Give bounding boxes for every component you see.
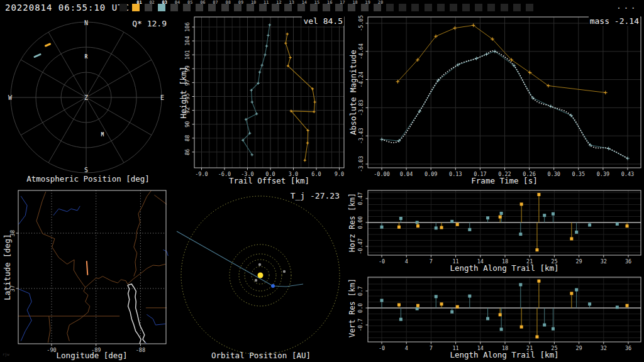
station-slot-09[interactable]: 09	[233, 0, 245, 15]
orbit-title: T_j -27.23	[289, 191, 341, 200]
station-slot-13[interactable]: 13	[283, 0, 296, 15]
mag-title: mass -2.14	[589, 16, 640, 26]
station-slot-02[interactable]: 02	[143, 0, 156, 15]
residual-point	[486, 216, 489, 219]
station-square	[501, 4, 508, 11]
overflow-menu-button[interactable]: ...	[616, 1, 638, 11]
station-number: 09	[238, 1, 243, 5]
map-ylabel: Latitude [deg]	[3, 234, 12, 300]
residual-point	[486, 317, 489, 320]
x-tick-label: 36	[625, 258, 631, 265]
station-number: 13	[289, 1, 294, 5]
station-slot-05[interactable]: 05	[182, 0, 194, 15]
station-slot-07[interactable]: 07	[207, 0, 219, 15]
y-tick-label: 90	[184, 121, 191, 128]
station-slot-18[interactable]: 18	[347, 0, 359, 15]
station-slot-04[interactable]: 04	[169, 0, 182, 15]
station-number: 07	[213, 1, 218, 5]
x-tick-label: -0	[379, 345, 385, 351]
x-tick-label: -0.00	[374, 171, 390, 177]
planet-dot	[255, 279, 257, 282]
station-slot-empty	[385, 0, 397, 15]
station-square	[437, 4, 445, 11]
x-tick-label: 7	[430, 258, 433, 265]
map-xlabel: Longitude [deg]	[57, 351, 128, 360]
station-slot-12[interactable]: 12	[270, 0, 283, 15]
y-tick-label: 86	[184, 149, 191, 155]
trail-series-station-01	[284, 33, 316, 162]
station-slot-17[interactable]: 17	[334, 0, 347, 15]
station-slot-empty	[486, 0, 499, 15]
residual-point	[552, 212, 555, 216]
residual-point	[456, 305, 459, 309]
residual-point	[570, 292, 573, 295]
lakes	[128, 284, 145, 344]
residual-point	[399, 217, 402, 220]
residual-point	[616, 305, 619, 309]
station-slot-11[interactable]: 11	[258, 0, 270, 15]
compass-label-s: S	[84, 167, 88, 173]
x-tick-label: 0.04	[400, 171, 413, 177]
polar-tracks	[35, 44, 50, 57]
x-tick-label: -88	[136, 347, 145, 353]
station-slot-03[interactable]: 03	[157, 0, 169, 15]
station-slot-01[interactable]: 01	[131, 0, 143, 15]
residual-point	[435, 226, 438, 229]
station-slot-15[interactable]: 15	[309, 0, 321, 15]
residual-point	[537, 280, 540, 283]
residual-point	[380, 299, 384, 302]
station-number: 08	[226, 1, 231, 5]
station-slot-empty	[436, 0, 448, 15]
station-slot-19[interactable]: 19	[360, 0, 372, 15]
axis-ticks: -0.000.040.090.130.170.220.260.300.350.3…	[358, 15, 634, 177]
station-slot-20[interactable]: 20	[372, 0, 385, 15]
grid	[368, 17, 641, 168]
station-number: 06	[200, 1, 205, 5]
grid	[368, 277, 641, 342]
meteor-ground-track	[87, 261, 87, 275]
residual-point	[520, 326, 523, 329]
station-square	[411, 4, 419, 11]
planet-dot	[283, 270, 286, 273]
panel-trail-offset: -9.0-6.0-3.00.03.06.09.01061041019997959…	[176, 15, 346, 189]
residual-point	[519, 283, 522, 286]
trail-title: vel 84.5	[302, 16, 344, 26]
y-tick-label: 106	[184, 22, 191, 31]
y-tick-label: 0.0	[357, 303, 364, 312]
x-tick-label: 0.09	[425, 171, 437, 177]
station-slot-empty	[410, 0, 423, 15]
horz-ylabel: Horz Res [km]	[348, 193, 357, 252]
y-tick-label: -4.24	[358, 72, 364, 88]
x-tick-label: 0.39	[597, 171, 609, 177]
x-tick-label: 0.13	[449, 171, 462, 177]
station-number: 12	[276, 1, 281, 5]
compass-label-e: E	[160, 94, 164, 101]
station-slot-14[interactable]: 14	[296, 0, 309, 15]
y-tick-label: -0.7	[357, 319, 364, 331]
x-tick-label: -90	[47, 347, 56, 353]
trail-xlabel: Trail Offset [km]	[229, 176, 309, 185]
horizontal-residuals-plot: -04711141821252932360.470.00-0.47	[346, 189, 644, 275]
station-slot-16[interactable]: 16	[321, 0, 334, 15]
station-slot-10[interactable]: 10	[245, 0, 258, 15]
residual-point	[456, 223, 459, 226]
panel-horizontal-residuals: -04711141821252932360.470.00-0.47 Length…	[346, 189, 644, 275]
y-tick-label: -4.64	[358, 43, 364, 60]
station-square	[450, 4, 457, 11]
residual-point	[399, 318, 402, 321]
x-tick-label: 0.43	[621, 171, 634, 177]
residual-point	[440, 226, 443, 229]
trail-offset-plot: -9.0-6.0-3.00.03.06.09.01061041019997959…	[176, 15, 346, 189]
meteor-analysis-window: 20220814 06:55:10 UTC 010203040506070809…	[0, 0, 644, 362]
y-tick-label: 0.7	[357, 286, 364, 295]
station-number: 19	[365, 1, 370, 5]
trail-series-station-03	[242, 23, 271, 156]
station-slot-06[interactable]: 06	[194, 0, 207, 15]
y-tick-label: 101	[184, 50, 191, 60]
track-station-01	[46, 44, 50, 46]
residual-point	[588, 224, 591, 227]
compass-label-n: N	[84, 19, 88, 26]
station-slot-08[interactable]: 08	[220, 0, 233, 15]
x-tick-label: 4	[405, 345, 408, 351]
station-square	[386, 4, 394, 11]
